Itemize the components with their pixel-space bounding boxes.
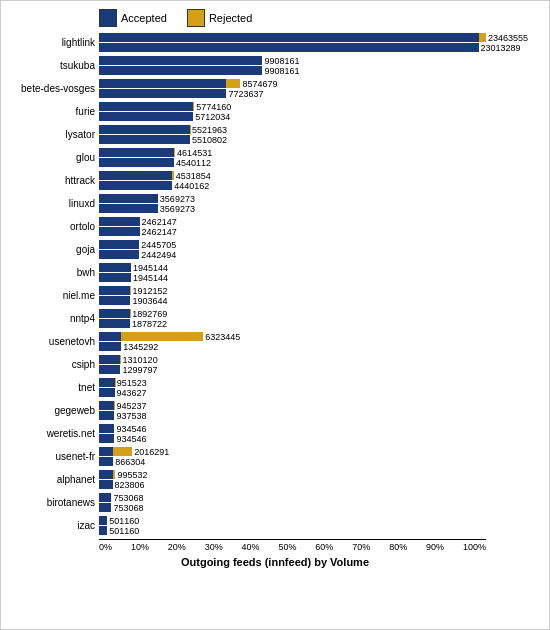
accepted-bar-2 xyxy=(99,43,479,52)
accepted-bar xyxy=(99,378,115,387)
x-label-30: 30% xyxy=(205,542,223,552)
bar-value-top: 1892769 xyxy=(132,309,167,319)
accepted-bar xyxy=(99,470,113,479)
accepted-bar xyxy=(99,263,131,272)
bar-value-top: 9908161 xyxy=(264,56,299,66)
bar-value-bottom: 7723637 xyxy=(228,89,263,99)
bar-value-top: 995532 xyxy=(117,470,147,480)
accepted-label: Accepted xyxy=(121,12,167,24)
accepted-bar-2 xyxy=(99,135,190,144)
accepted-bar-2 xyxy=(99,296,130,305)
bar-value-top: 2016291 xyxy=(134,447,169,457)
x-axis: 0% 10% 20% 30% 40% 50% 60% 70% 80% 90% 1… xyxy=(99,539,486,552)
x-label-80: 80% xyxy=(389,542,407,552)
accepted-bar xyxy=(99,33,479,42)
rejected-bar xyxy=(479,33,486,42)
chart-title: Outgoing feeds (innfeed) by Volume xyxy=(9,556,541,568)
accepted-bar-2 xyxy=(99,158,174,167)
bar-label: usenetovh xyxy=(11,336,95,347)
bar-value-bottom: 1299797 xyxy=(122,365,157,375)
bar-row: gegeweb945237937538 xyxy=(99,401,486,421)
bar-label: birotanews xyxy=(11,497,95,508)
bar-row: tnet951523943627 xyxy=(99,378,486,398)
accepted-bar xyxy=(99,240,139,249)
bar-row: alphanet995532823806 xyxy=(99,470,486,490)
x-label-10: 10% xyxy=(131,542,149,552)
accepted-bar-2 xyxy=(99,342,121,351)
rejected-bar xyxy=(172,171,174,180)
accepted-bar xyxy=(99,102,193,111)
rejected-bar xyxy=(113,447,132,456)
accepted-bar xyxy=(99,125,190,134)
legend-rejected: Rejected xyxy=(187,9,252,27)
accepted-bar xyxy=(99,493,111,502)
x-label-20: 20% xyxy=(168,542,186,552)
bar-label: ortolo xyxy=(11,221,95,232)
x-label-40: 40% xyxy=(242,542,260,552)
bar-value-top: 6323445 xyxy=(205,332,240,342)
bar-label: glou xyxy=(11,152,95,163)
accepted-bar-2 xyxy=(99,250,139,259)
bar-value-top: 753068 xyxy=(113,493,143,503)
bar-value-bottom: 1903644 xyxy=(132,296,167,306)
bar-value-bottom: 3569273 xyxy=(160,204,195,214)
x-label-100: 100% xyxy=(463,542,486,552)
accepted-bar xyxy=(99,401,114,410)
accepted-bar-2 xyxy=(99,227,140,236)
bar-value-bottom: 9908161 xyxy=(264,66,299,76)
bar-label: lysator xyxy=(11,129,95,140)
accepted-bar xyxy=(99,355,120,364)
bar-label: tnet xyxy=(11,382,95,393)
bar-label: bwh xyxy=(11,267,95,278)
accepted-bar xyxy=(99,447,113,456)
bar-value-top: 945237 xyxy=(117,401,147,411)
bar-label: tsukuba xyxy=(11,60,95,71)
bar-value-bottom: 5712034 xyxy=(195,112,230,122)
accepted-bar xyxy=(99,194,158,203)
bar-value-top: 951523 xyxy=(117,378,147,388)
bar-value-top: 5521963 xyxy=(192,125,227,135)
accepted-bar xyxy=(99,332,121,341)
bar-row: izac501160501160 xyxy=(99,516,486,536)
accepted-bar-2 xyxy=(99,480,113,489)
bar-label: bete-des-vosges xyxy=(11,83,95,94)
bar-row: furie57741605712034 xyxy=(99,102,486,122)
accepted-bar xyxy=(99,56,262,65)
rejected-bar xyxy=(226,79,240,88)
bar-row: usenet-fr2016291866304 xyxy=(99,447,486,467)
bar-row: lysator55219635510802 xyxy=(99,125,486,145)
legend: Accepted Rejected xyxy=(9,9,541,27)
bar-value-top: 1310120 xyxy=(123,355,158,365)
bar-row: lightlink2346355523013289 xyxy=(99,33,486,53)
bar-value-top: 1945144 xyxy=(133,263,168,273)
accepted-bar-2 xyxy=(99,388,115,397)
bar-row: birotanews753068753068 xyxy=(99,493,486,513)
bar-row: weretis.net934546934546 xyxy=(99,424,486,444)
bars-container: lightlink2346355523013289tsukuba99081619… xyxy=(99,33,486,536)
bar-label: izac xyxy=(11,520,95,531)
bar-value-bottom: 943627 xyxy=(117,388,147,398)
bar-row: ortolo24621472462147 xyxy=(99,217,486,237)
bar-label: usenet-fr xyxy=(11,451,95,462)
x-label-60: 60% xyxy=(315,542,333,552)
bar-label: alphanet xyxy=(11,474,95,485)
accepted-bar xyxy=(99,148,174,157)
bar-row: tsukuba99081619908161 xyxy=(99,56,486,76)
bar-value-bottom: 934546 xyxy=(116,434,146,444)
bar-value-bottom: 2462147 xyxy=(142,227,177,237)
bar-label: lightlink xyxy=(11,37,95,48)
x-label-90: 90% xyxy=(426,542,444,552)
bar-value-top: 4614531 xyxy=(177,148,212,158)
bar-value-bottom: 937538 xyxy=(116,411,146,421)
accepted-bar xyxy=(99,286,130,295)
bar-value-top: 1912152 xyxy=(133,286,168,296)
bar-row: bete-des-vosges85746797723637 xyxy=(99,79,486,99)
x-axis-labels: 0% 10% 20% 30% 40% 50% 60% 70% 80% 90% 1… xyxy=(99,542,486,552)
bar-row: httrack45318544440162 xyxy=(99,171,486,191)
bar-value-bottom: 753068 xyxy=(113,503,143,513)
accepted-bar-2 xyxy=(99,273,131,282)
bar-label: gegeweb xyxy=(11,405,95,416)
accepted-bar-2 xyxy=(99,112,193,121)
rejected-bar xyxy=(121,332,203,341)
bar-label: weretis.net xyxy=(11,428,95,439)
